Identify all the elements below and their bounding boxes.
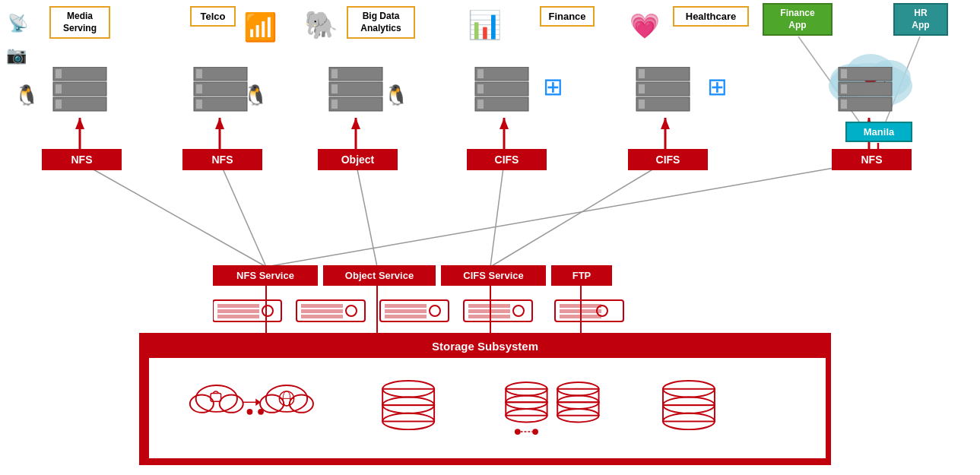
- svg-rect-92: [560, 315, 601, 318]
- svg-point-104: [290, 395, 313, 413]
- server-col6: [835, 67, 896, 116]
- storage-icons: [149, 358, 826, 458]
- svg-rect-55: [477, 84, 484, 93]
- svg-rect-77: [301, 315, 343, 318]
- svg-rect-76: [301, 309, 343, 313]
- media-rss-icon: 📡: [8, 14, 28, 33]
- finance-icon: 📊: [468, 9, 502, 41]
- svg-rect-54: [477, 69, 484, 78]
- svg-rect-72: [217, 315, 259, 318]
- svg-rect-87: [468, 315, 510, 318]
- svg-rect-60: [639, 69, 645, 78]
- svg-point-120: [532, 429, 538, 435]
- svg-rect-67: [841, 84, 847, 93]
- usecase-media: Media Serving: [49, 6, 110, 39]
- svg-rect-48: [331, 69, 338, 78]
- protocol-nfs3: NFS: [832, 149, 912, 170]
- server-col1: [49, 67, 110, 116]
- svg-marker-11: [351, 118, 360, 129]
- svg-point-95: [190, 395, 214, 413]
- svg-rect-44: [196, 100, 202, 109]
- svg-rect-56: [477, 100, 484, 109]
- svg-point-118: [515, 429, 521, 435]
- cifs-service-box: CIFS Service: [441, 265, 546, 286]
- svg-line-5: [266, 162, 869, 267]
- svg-rect-61: [639, 84, 645, 93]
- linux-icon-col2: 🐧: [243, 84, 268, 107]
- manila-box: Manila: [845, 122, 912, 142]
- server-col4: [471, 67, 532, 116]
- protocol-cifs1: CIFS: [467, 149, 547, 170]
- hr-app-box: HR App: [893, 3, 948, 36]
- svg-line-1: [220, 162, 266, 267]
- svg-point-100: [247, 409, 253, 415]
- svg-rect-38: [56, 100, 62, 109]
- svg-marker-7: [75, 118, 84, 129]
- svg-rect-37: [56, 84, 62, 93]
- svg-rect-91: [560, 309, 601, 313]
- svg-rect-86: [468, 309, 510, 313]
- windows-icon-col4: ⊞: [543, 72, 563, 101]
- usecase-finance: Finance: [540, 6, 595, 27]
- ftp-service-box: FTP: [551, 265, 612, 286]
- svg-line-4: [490, 162, 665, 267]
- svg-rect-49: [331, 84, 338, 93]
- svg-rect-43: [196, 84, 202, 93]
- svg-point-83: [430, 306, 440, 316]
- server-col3: [325, 67, 386, 116]
- healthcare-icon: 💗: [630, 11, 660, 40]
- svg-rect-85: [468, 304, 510, 308]
- svg-rect-42: [196, 69, 202, 78]
- svg-rect-81: [385, 309, 427, 313]
- rack-icons-row: [213, 296, 639, 327]
- svg-rect-75: [301, 304, 343, 308]
- svg-rect-82: [385, 315, 427, 318]
- server-col5: [633, 67, 693, 116]
- svg-rect-66: [841, 69, 847, 78]
- svg-rect-50: [331, 100, 338, 109]
- telco-tower-icon: 📶: [243, 11, 278, 43]
- svg-line-0: [80, 162, 266, 267]
- usecase-bigdata: Big Data Analytics: [347, 6, 415, 39]
- svg-rect-90: [560, 304, 601, 308]
- svg-point-73: [262, 306, 273, 316]
- protocol-object: Object: [318, 149, 398, 170]
- svg-rect-71: [217, 309, 259, 313]
- svg-point-96: [220, 395, 243, 413]
- svg-rect-68: [841, 100, 847, 109]
- svg-rect-80: [385, 304, 427, 308]
- protocol-nfs2: NFS: [182, 149, 262, 170]
- protocol-nfs1: NFS: [42, 149, 122, 170]
- protocol-cifs2: CIFS: [628, 149, 708, 170]
- finance-app-box: Finance App: [763, 3, 833, 36]
- elephant-icon: 🐘: [304, 9, 338, 41]
- svg-marker-15: [661, 118, 670, 129]
- usecase-telco: Telco: [190, 6, 236, 27]
- usecase-healthcare: Healthcare: [673, 6, 749, 27]
- windows-icon-col5: ⊞: [707, 72, 728, 101]
- svg-point-103: [260, 395, 284, 413]
- nfs-service-box: NFS Service: [213, 265, 318, 286]
- media-icons: 📷: [6, 46, 27, 65]
- svg-point-94: [196, 385, 237, 412]
- linux-icon-col3: 🐧: [384, 84, 408, 107]
- svg-point-88: [513, 306, 524, 316]
- object-service-box: Object Service: [323, 265, 436, 286]
- linux-icon-col1: 🐧: [14, 84, 39, 107]
- svg-rect-36: [56, 69, 62, 78]
- svg-line-3: [490, 162, 504, 267]
- storage-subsystem: Storage Subsystem: [139, 333, 831, 465]
- svg-marker-13: [500, 118, 509, 129]
- svg-rect-62: [639, 100, 645, 109]
- svg-rect-70: [217, 304, 259, 308]
- svg-line-2: [356, 162, 377, 267]
- svg-point-78: [346, 306, 357, 316]
- svg-marker-9: [215, 118, 224, 129]
- server-col2: [190, 67, 251, 116]
